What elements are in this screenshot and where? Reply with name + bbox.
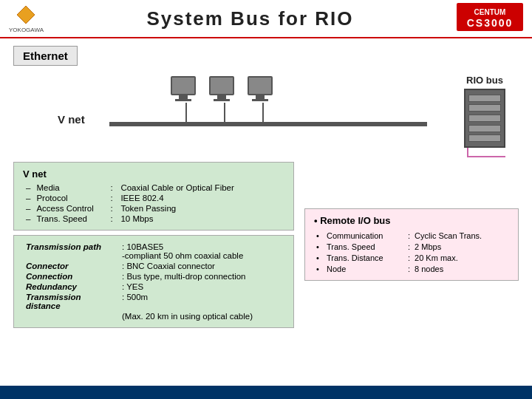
page-title: System Bus for RIO: [44, 7, 457, 30]
vnet-info-title: V net: [23, 168, 284, 180]
remote-io-box: Remote I/O bus • Communication : Cyclic …: [304, 208, 519, 281]
rio-label-1: Trans. Speed: [324, 241, 406, 252]
rio-row-2: • Trans. Distance : 20 Km max.: [314, 252, 484, 263]
trans-path-label: Transmission path: [23, 242, 119, 261]
trans-distance-value: : 500m: [119, 292, 256, 311]
vnet-info-box: V net – Media : Coaxial Cable or Optical…: [13, 162, 294, 231]
vnet-value-1: IEEE 802.4: [117, 193, 236, 203]
trans-row-path: Transmission path : 10BASE5-compliant 50…: [23, 242, 256, 261]
computer-3: [248, 76, 273, 101]
remote-io-table: • Communication : Cyclic Scan Trans. • T…: [314, 230, 484, 274]
trans-connector-label: Connector: [23, 261, 119, 271]
diagram-area: V net RIO bus: [13, 69, 519, 157]
diamond-icon: [16, 4, 36, 25]
rio-row-1: • Trans. Speed : 2 Mbps: [314, 241, 484, 252]
computer-2: [209, 76, 234, 101]
rio-bullet-2: •: [314, 252, 324, 263]
vnet-colon-2: :: [107, 203, 117, 214]
rio-row-3: • Node : 8 nodes: [314, 263, 484, 274]
rio-hline: [467, 156, 505, 157]
rio-label-2: Trans. Distance: [324, 252, 406, 263]
vnet-label: V net: [58, 113, 85, 126]
bottom-bar: [0, 386, 532, 399]
trans-note-value: (Max. 20 km in using optical cable): [119, 311, 256, 321]
rio-label-0: Communication: [324, 230, 406, 241]
transmission-box: Transmission path : 10BASE5-compliant 50…: [13, 235, 294, 328]
vnet-info-table: – Media : Coaxial Cable or Optical Fiber…: [23, 183, 237, 224]
vnet-row-0: – Media : Coaxial Cable or Optical Fiber: [23, 183, 237, 193]
main-content: Ethernet V net: [0, 38, 532, 332]
rio-bullet-0: •: [314, 230, 324, 241]
remote-io-info: • Communication : Cyclic Scan Trans. • T…: [314, 230, 509, 274]
vnet-label-1: Protocol: [33, 193, 107, 203]
hbus-line: [109, 122, 427, 126]
rio-device-area: RIO bus: [464, 75, 505, 148]
comp-vline-3: [262, 103, 264, 123]
vnet-value-0: Coaxial Cable or Optical Fiber: [117, 183, 236, 193]
vnet-row-1: – Protocol : IEEE 802.4: [23, 193, 237, 203]
transmission-table: Transmission path : 10BASE5-compliant 50…: [23, 242, 256, 321]
trans-row-connection: Connection : Bus type, multi-drop connec…: [23, 271, 256, 282]
trans-row-distance: Transmission distance : 500m: [23, 292, 256, 311]
vnet-label-2: Access Control: [33, 203, 107, 214]
info-area: V net – Media : Coaxial Cable or Optical…: [13, 162, 519, 328]
rio-label-3: Node: [324, 263, 406, 274]
vnet-colon-3: :: [107, 214, 117, 224]
rio-row-0: • Communication : Cyclic Scan Trans.: [314, 230, 484, 241]
trans-connection-label: Connection: [23, 271, 119, 282]
trans-redundancy-value: : YES: [119, 282, 256, 292]
rio-bullet-3: •: [314, 263, 324, 274]
computer-1: [171, 76, 196, 101]
vnet-colon-0: :: [107, 183, 117, 193]
yokogawa-label: YOKOGAWA: [9, 27, 44, 33]
vnet-dash-3: –: [23, 214, 33, 224]
vnet-label-0: Media: [33, 183, 107, 193]
rio-value-0: Cyclic Scan Trans.: [412, 230, 484, 241]
yokogawa-logo: YOKOGAWA: [9, 4, 44, 33]
trans-row-redundancy: Redundancy : YES: [23, 282, 256, 292]
vnet-row-3: – Trans. Speed : 10 Mbps: [23, 214, 237, 224]
ethernet-label: Ethernet: [13, 46, 78, 66]
trans-redundancy-label: Redundancy: [23, 282, 119, 292]
vnet-dash-0: –: [23, 183, 33, 193]
vnet-colon-1: :: [107, 193, 117, 203]
rio-bus-label: RIO bus: [464, 75, 505, 86]
svg-text:CS3000: CS3000: [467, 17, 514, 29]
trans-row-note: (Max. 20 km in using optical cable): [23, 311, 256, 321]
comp-vline-1: [185, 103, 187, 123]
rio-colon-2: :: [406, 252, 412, 263]
vnet-value-3: 10 Mbps: [117, 214, 236, 224]
rio-value-1: 2 Mbps: [412, 241, 484, 252]
rio-value-3: 8 nodes: [412, 263, 484, 274]
svg-text:CENTUM: CENTUM: [474, 8, 506, 16]
trans-path-value: : 10BASE5-compliant 50 ohm coaxial cable: [119, 242, 256, 261]
vnet-value-2: Token Passing: [117, 203, 236, 214]
vnet-dash-2: –: [23, 203, 33, 214]
rio-bullet-1: •: [314, 241, 324, 252]
vnet-row-2: – Access Control : Token Passing: [23, 203, 237, 214]
trans-note-spacer: [23, 311, 119, 321]
vnet-label-3: Trans. Speed: [33, 214, 107, 224]
header: YOKOGAWA System Bus for RIO CENTUM CS300…: [0, 0, 532, 38]
trans-distance-label: Transmission distance: [23, 292, 119, 311]
rio-colon-0: :: [406, 230, 412, 241]
rio-value-2: 20 Km max.: [412, 252, 484, 263]
rio-colon-1: :: [406, 241, 412, 252]
monitor-1: [171, 76, 196, 95]
svg-marker-0: [17, 6, 35, 24]
trans-row-connector: Connector : BNC Coaxial connector: [23, 261, 256, 271]
rio-device: [464, 89, 505, 148]
trans-connection-value: : Bus type, multi-drop connection: [119, 271, 256, 282]
remote-io-title: Remote I/O bus: [314, 215, 509, 226]
comp-vline-2: [224, 103, 225, 123]
rio-colon-3: :: [406, 263, 412, 274]
monitor-3: [248, 76, 273, 95]
trans-connector-value: : BNC Coaxial connector: [119, 261, 256, 271]
monitor-2: [209, 76, 234, 95]
centum-logo: CENTUM CS3000: [457, 3, 523, 34]
vnet-dash-1: –: [23, 193, 33, 203]
